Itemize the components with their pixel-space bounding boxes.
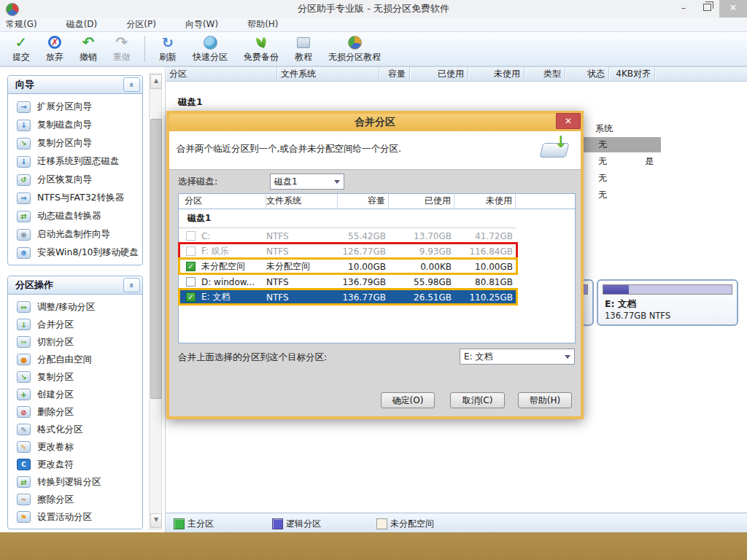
collapse-button[interactable]: « — [123, 77, 140, 92]
cancel-button[interactable]: 取消(C) — [450, 392, 505, 408]
sidebar-item-change-label[interactable]: ✎ 更改卷标 — [8, 438, 142, 456]
checkbox-checked[interactable] — [186, 262, 196, 271]
sidebar-item-label: 动态磁盘转换器 — [37, 210, 101, 222]
unused-value: 10.00GB — [454, 262, 516, 272]
column-4k-aligned[interactable]: 4KB对齐 — [609, 67, 655, 81]
sidebar-item-bootable-cd[interactable]: ◉ 启动光盘制作向导 — [8, 225, 142, 244]
sidebar-item-set-active[interactable]: ⚑ 设置活动分区 — [8, 508, 142, 526]
table-row-d[interactable]: D: window... NTFS 136.79GB 55.98GB 80.81… — [179, 274, 516, 289]
sidebar-item-convert-logical[interactable]: ⇄ 转换到逻辑分区 — [8, 473, 142, 491]
partition-recovery-wizard-icon: ↺ — [17, 174, 31, 186]
scrollbar-thumb[interactable] — [150, 119, 162, 399]
collapse-button[interactable]: « — [123, 278, 140, 292]
sidebar-item-label: 分区恢复向导 — [37, 174, 92, 186]
restore-button[interactable] — [696, 0, 718, 18]
sidebar-item-label: 设置活动分区 — [37, 511, 92, 524]
column-used[interactable]: 已使用 — [389, 194, 454, 209]
lossless-tutorial-button[interactable]: 无损分区教程 — [320, 32, 389, 66]
column-capacity[interactable]: 容量 — [338, 194, 389, 209]
sidebar-item-label: 复制分区向导 — [37, 137, 92, 149]
sidebar-item-merge-partition[interactable]: ↓ 合并分区 — [8, 316, 142, 333]
column-filler — [655, 67, 747, 81]
capacity-value: 55.42GB — [338, 231, 389, 241]
checkbox-checked[interactable] — [186, 292, 196, 302]
legend-label: 未分配空间 — [390, 518, 434, 530]
win-to-go-icon: ⊕ — [17, 247, 31, 259]
disk-block-e[interactable]: E: 文档 136.77GB NTFS — [597, 279, 738, 326]
sidebar-item-wipe-partition[interactable]: ~ 擦除分区 — [8, 491, 142, 508]
sidebar-item-copy-disk-wizard[interactable]: ↓ 复制磁盘向导 — [8, 116, 142, 134]
disk-select-dropdown[interactable]: 磁盘1 — [270, 174, 344, 190]
redo-button[interactable]: ↷ 重做 — [105, 32, 139, 66]
sidebar-item-partition-recovery[interactable]: ↺ 分区恢复向导 — [8, 171, 142, 189]
undo-button[interactable]: ↶ 撤销 — [71, 32, 105, 66]
partition-name: F: 娱乐 — [201, 245, 229, 257]
tutorial-button[interactable]: 教程 — [287, 32, 320, 66]
sidebar-item-copy-partition-wizard[interactable]: ↘ 复制分区向导 — [8, 134, 142, 152]
menu-general[interactable]: 常规(G) — [6, 18, 37, 31]
dialog-close-button[interactable]: ✕ — [556, 113, 581, 129]
table-row-c[interactable]: C: NTFS 55.42GB 13.70GB 41.72GB — [179, 228, 516, 244]
scroll-up-arrow-icon[interactable]: ▲ — [150, 74, 162, 89]
used-value: 9.93GB — [389, 246, 454, 257]
discard-button[interactable]: ✗ 放弃 — [38, 32, 71, 66]
target-partition-dropdown[interactable]: E: 文档 — [460, 349, 575, 365]
ok-button[interactable]: 确定(O) — [381, 392, 435, 408]
minimize-button[interactable]: – — [673, 0, 694, 18]
used-value: 0.00KB — [389, 262, 454, 272]
capacity-value: 136.79GB — [338, 277, 389, 287]
copy-disk-wizard-icon: ↓ — [17, 120, 31, 131]
close-button[interactable]: ✕ — [719, 0, 747, 18]
sidebar-item-dynamic-disk-converter[interactable]: ⇄ 动态磁盘转换器 — [8, 207, 142, 225]
sidebar-item-split-partition[interactable]: ✂ 切割分区 — [8, 333, 142, 351]
refresh-button[interactable]: ↻ 刷新 — [151, 32, 185, 66]
dialog-title-bar[interactable]: 合并分区 ✕ — [169, 114, 581, 131]
sidebar-item-label: 分配自由空间 — [37, 354, 92, 366]
menu-partition[interactable]: 分区(P) — [126, 18, 156, 31]
column-status[interactable]: 状态 — [565, 67, 609, 81]
sidebar-scrollbar[interactable]: ▲ ▼ — [149, 73, 162, 529]
menu-help[interactable]: 帮助(H) — [247, 18, 278, 31]
column-partition[interactable]: 分区 — [179, 194, 266, 209]
sidebar-item-migrate-os-ssd[interactable]: ↓ 迁移系统到固态磁盘 — [8, 152, 142, 171]
table-row-unallocated[interactable]: 未分配空间 未分配空间 10.00GB 0.00KB 10.00GB — [179, 259, 516, 274]
sidebar-item-extend-partition-wizard[interactable]: → 扩展分区向导 — [8, 98, 142, 116]
column-partition[interactable]: 分区 — [166, 67, 277, 81]
free-backup-button[interactable]: 免费备份 — [236, 32, 287, 66]
sidebar-item-label: 扩展分区向导 — [37, 101, 92, 113]
column-used[interactable]: 已使用 — [410, 67, 468, 81]
column-unused[interactable]: 未使用 — [468, 67, 525, 81]
column-filesystem[interactable]: 文件系统 — [266, 194, 338, 209]
sidebar-item-copy-partition[interactable]: ↘ 复制分区 — [8, 368, 142, 386]
sidebar-item-change-drive-letter[interactable]: C 更改盘符 — [8, 456, 142, 473]
convert-logical-icon: ⇄ — [17, 476, 31, 488]
column-type[interactable]: 类型 — [525, 67, 565, 81]
sidebar-item-delete-partition[interactable]: ⊘ 删除分区 — [8, 403, 142, 421]
table-row-e-selected[interactable]: E: 文档 NTFS 136.77GB 26.51GB 110.25GB — [179, 289, 516, 305]
menu-bar: 常规(G) 磁盘(D) 分区(P) 向导(W) 帮助(H) — [0, 18, 747, 32]
sidebar-item-allocate-free-space[interactable]: ● 分配自由空间 — [8, 351, 142, 368]
table-row-f[interactable]: F: 娱乐 NTFS 126.77GB 9.93GB 116.84GB — [179, 244, 516, 259]
quick-partition-button[interactable]: 快速分区 — [185, 32, 236, 66]
merge-partition-dialog: 合并分区 ✕ 合并两个临近分区到一个,或合并未分配空间给一个分区. ↓ 选择磁盘… — [166, 111, 584, 419]
used-value: 55.98GB — [389, 277, 454, 287]
column-capacity[interactable]: 容量 — [379, 67, 410, 81]
taskbar: e e ✂ ✓ ▲ ﹀ ⚐ ◀)) 中 14:36 2015/9/17 — [0, 532, 747, 560]
sidebar-item-ntfs-fat32[interactable]: ⇒ NTFS与FAT32转换器 — [8, 189, 142, 207]
commit-button[interactable]: ✓ 提交 — [4, 32, 38, 66]
wizard-panel: 向导 « → 扩展分区向导 ↓ 复制磁盘向导 ↘ 复制分区向导 ↓ 迁移系统到固… — [7, 75, 143, 265]
fs-value: NTFS — [266, 277, 338, 287]
sidebar-item-win-to-go[interactable]: ⊕ 安装Win8/10到移动硬盘 — [8, 244, 142, 262]
menu-wizard[interactable]: 向导(W) — [185, 18, 218, 31]
sidebar-item-resize-move[interactable]: ↔ 调整/移动分区 — [8, 298, 142, 316]
scroll-down-arrow-icon[interactable]: ▼ — [150, 513, 162, 528]
column-filesystem[interactable]: 文件系统 — [277, 67, 379, 81]
checkbox[interactable] — [186, 231, 196, 241]
checkbox[interactable] — [186, 246, 196, 256]
menu-disk[interactable]: 磁盘(D) — [66, 18, 98, 31]
sidebar-item-create-partition[interactable]: + 创建分区 — [8, 386, 142, 403]
column-unused[interactable]: 未使用 — [454, 194, 516, 209]
help-button[interactable]: 帮助(H) — [518, 392, 572, 408]
checkbox[interactable] — [186, 277, 196, 287]
sidebar-item-format-partition[interactable]: ✎ 格式化分区 — [8, 421, 142, 438]
